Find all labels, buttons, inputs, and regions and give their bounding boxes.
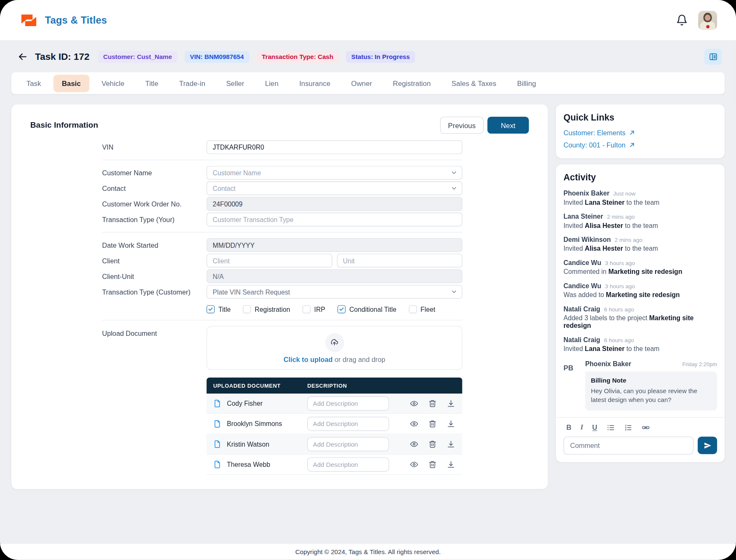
date-work-started-label: Date Work Started bbox=[102, 241, 207, 249]
checkbox-icon bbox=[207, 305, 215, 313]
checkbox-title[interactable]: Title bbox=[207, 305, 231, 313]
file-icon bbox=[213, 420, 222, 428]
col-description: DESCRIPTION bbox=[307, 383, 347, 388]
bullet-list-icon[interactable] bbox=[606, 423, 615, 432]
uploaded-documents-table: UPLOADED DOCUMENT DESCRIPTION Cody Fishe… bbox=[207, 378, 462, 475]
checkbox-icon bbox=[302, 305, 310, 313]
checkbox-conditional-title[interactable]: Conditional Title bbox=[338, 305, 397, 313]
tab-insurance[interactable]: Insurance bbox=[291, 75, 339, 92]
details-panel-toggle-button[interactable] bbox=[704, 49, 722, 65]
tab-sales-taxes[interactable]: Sales & Taxes bbox=[443, 75, 505, 92]
checkbox-registration[interactable]: Registration bbox=[243, 305, 290, 313]
quick-link-county[interactable]: County: 001 - Fulton bbox=[564, 141, 717, 149]
document-name: Kristin Watson bbox=[227, 440, 269, 448]
panel-title: Basic Information bbox=[30, 121, 98, 130]
description-input[interactable] bbox=[307, 397, 389, 411]
upload-dropzone[interactable]: Click to upload or drag and drop bbox=[207, 326, 462, 370]
task-badges: Customer: Cust_Name VIN: BNM0987654 Tran… bbox=[98, 51, 415, 63]
delete-trash-icon[interactable] bbox=[428, 399, 437, 408]
contact-select[interactable]: Contact bbox=[207, 182, 462, 196]
tab-trade-in[interactable]: Trade-in bbox=[171, 75, 214, 92]
tab-lien[interactable]: Lien bbox=[257, 75, 287, 92]
upload-cta[interactable]: Click to upload bbox=[284, 356, 333, 363]
tab-owner[interactable]: Owner bbox=[343, 75, 381, 92]
col-uploaded-document: UPLOADED DOCUMENT bbox=[207, 383, 307, 388]
client-unit-input[interactable] bbox=[337, 254, 462, 268]
vin-badge: VIN: BNM0987654 bbox=[185, 51, 249, 63]
italic-icon[interactable]: I bbox=[580, 423, 583, 431]
quick-link-customer[interactable]: Customer: Elements bbox=[564, 129, 717, 137]
tab-billing[interactable]: Billing bbox=[509, 75, 545, 92]
divider bbox=[556, 417, 725, 418]
next-button[interactable]: Next bbox=[487, 117, 529, 134]
description-input[interactable] bbox=[307, 417, 389, 431]
table-header: UPLOADED DOCUMENT DESCRIPTION bbox=[207, 378, 462, 394]
quick-links-card: Quick Links Customer: Elements County: 0… bbox=[556, 104, 725, 158]
tab-seller[interactable]: Seller bbox=[218, 75, 252, 92]
vin-label: VIN bbox=[102, 143, 207, 151]
tab-task[interactable]: Task bbox=[18, 75, 50, 92]
tab-registration[interactable]: Registration bbox=[384, 75, 439, 92]
customer-name-label: Customer Name bbox=[102, 169, 207, 177]
view-eye-icon[interactable] bbox=[410, 460, 418, 469]
checkbox-icon bbox=[409, 305, 417, 313]
view-eye-icon[interactable] bbox=[410, 399, 418, 408]
send-comment-button[interactable] bbox=[698, 437, 717, 454]
underline-icon[interactable]: U bbox=[592, 423, 597, 431]
tab-vehicle[interactable]: Vehicle bbox=[93, 75, 133, 92]
link-icon[interactable] bbox=[641, 423, 650, 432]
back-arrow-icon[interactable] bbox=[17, 51, 28, 62]
vin-input[interactable] bbox=[207, 140, 462, 154]
activity-item: Natali Craig6 hours ago Added 3 labels t… bbox=[564, 305, 717, 329]
download-icon[interactable] bbox=[447, 460, 455, 469]
delete-trash-icon[interactable] bbox=[428, 420, 437, 428]
basic-information-panel: Basic Information Previous Next VIN Cust… bbox=[11, 104, 548, 489]
client-unit-label: Client-Unit bbox=[102, 272, 207, 280]
table-row: Cody Fisher bbox=[207, 394, 462, 414]
activity-item: Candice Wu3 hours ago Commented in Marke… bbox=[564, 259, 717, 276]
transaction-type-your-input[interactable] bbox=[207, 213, 462, 227]
description-input[interactable] bbox=[307, 457, 389, 472]
comment-input[interactable] bbox=[564, 437, 693, 455]
side-panel-icon bbox=[708, 52, 717, 61]
checkbox-irp[interactable]: IRP bbox=[302, 305, 325, 313]
app-window: Tags & Titles Task ID: 172 Customer: Cus… bbox=[0, 0, 736, 560]
message-author: Phoenix Baker bbox=[585, 360, 631, 367]
divider bbox=[102, 160, 462, 160]
table-row: Kristin Watson bbox=[207, 434, 462, 455]
activity-card: Activity Phoenix BakerJust now Invited L… bbox=[556, 164, 725, 462]
customer-badge: Customer: Cust_Name bbox=[98, 51, 177, 63]
download-icon[interactable] bbox=[447, 420, 455, 428]
download-icon[interactable] bbox=[447, 440, 455, 448]
work-order-value: 24F00009 bbox=[207, 197, 462, 211]
numbered-list-icon[interactable] bbox=[624, 423, 632, 432]
checkbox-fleet[interactable]: Fleet bbox=[409, 305, 435, 313]
transaction-type-your-label: Transaction Type (Your) bbox=[102, 216, 207, 223]
upload-document-label: Upload Document bbox=[102, 326, 207, 370]
tab-title[interactable]: Title bbox=[137, 75, 167, 92]
previous-button[interactable]: Previous bbox=[440, 117, 484, 134]
delete-trash-icon[interactable] bbox=[428, 460, 437, 469]
copyright-text: Copyright © 2024, Tags & Titles. All rig… bbox=[295, 548, 441, 555]
checkbox-icon bbox=[243, 305, 251, 313]
customer-name-select[interactable]: Customer Name bbox=[207, 166, 462, 180]
document-name: Brooklyn Simmons bbox=[227, 420, 282, 428]
download-icon[interactable] bbox=[447, 399, 455, 408]
bold-icon[interactable]: B bbox=[566, 423, 571, 431]
view-eye-icon[interactable] bbox=[410, 420, 418, 428]
delete-trash-icon[interactable] bbox=[428, 440, 437, 448]
description-input[interactable] bbox=[307, 437, 389, 451]
user-avatar[interactable] bbox=[698, 11, 717, 29]
file-icon bbox=[213, 399, 222, 408]
document-name: Cody Fisher bbox=[227, 400, 263, 407]
tab-basic[interactable]: Basic bbox=[54, 75, 89, 92]
notifications-bell-icon[interactable] bbox=[676, 14, 688, 26]
note-body: Hey Olivia, can you please review the la… bbox=[591, 387, 712, 405]
transaction-type-customer-select[interactable]: Plate VIN Search Request bbox=[207, 285, 462, 299]
client-input[interactable] bbox=[207, 254, 332, 268]
activity-item: Natali Craig6 hours ago Invited Lana Ste… bbox=[564, 336, 717, 352]
section-tabs: Task Basic Vehicle Title Trade-in Seller… bbox=[11, 72, 725, 94]
view-eye-icon[interactable] bbox=[410, 440, 418, 448]
activity-item: Lana Steiner2 mins ago Invited Alisa Hes… bbox=[564, 213, 717, 229]
contact-label: Contact bbox=[102, 185, 207, 192]
